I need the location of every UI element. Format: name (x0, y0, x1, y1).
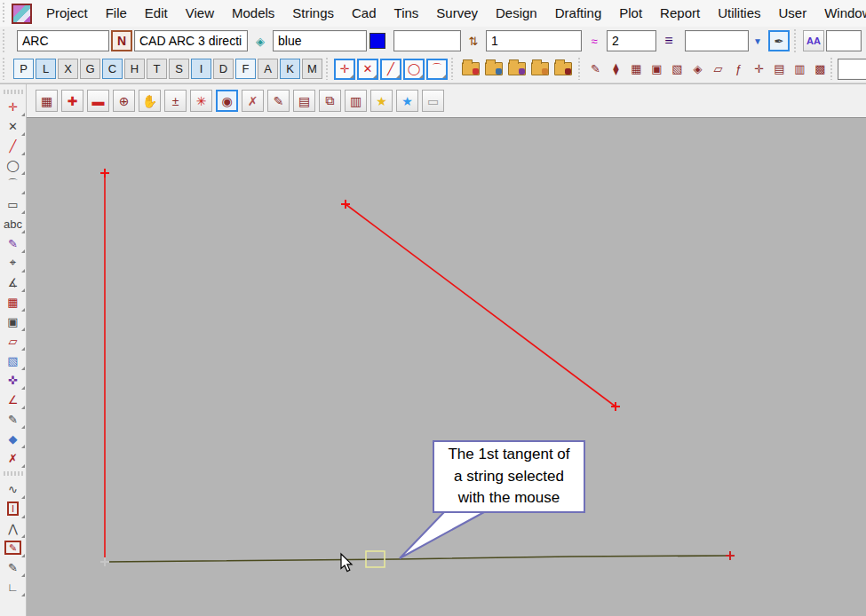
redraw-button[interactable]: ✳ (190, 90, 212, 112)
create-arc-tool[interactable]: ⌒ (2, 175, 25, 194)
menu-item[interactable]: Tins (385, 0, 428, 27)
snap-toggle-button[interactable]: C (102, 59, 123, 79)
tin-snapshot-icon[interactable]: ◈ (688, 59, 707, 79)
cad-point-xyz-button[interactable]: ✕ (357, 59, 378, 80)
snap-toggle-button[interactable]: X (58, 59, 78, 79)
cad-point-button[interactable]: ✛ (334, 59, 355, 80)
snap-toggle-button[interactable]: T (147, 59, 167, 79)
create-circle-tool[interactable]: ◯ (2, 155, 25, 175)
linestyle-tool[interactable]: ✎ (2, 409, 25, 429)
snap-toggle-button[interactable]: F (235, 59, 256, 79)
cad-circle-button[interactable]: ◯ (403, 59, 425, 80)
rotate-tool[interactable]: ∠ (2, 390, 25, 409)
sketch-tool[interactable]: ✎ (2, 557, 25, 577)
menu-item[interactable]: Utilities (709, 0, 769, 27)
snap-point-tool[interactable]: ⌖ (2, 253, 25, 272)
favourite-views-button[interactable]: ★ (370, 90, 393, 112)
zoom-extents-button[interactable]: ⊕ (113, 90, 135, 112)
interface-tool[interactable]: I (2, 499, 25, 518)
cad-arc-button[interactable]: ⌒ (426, 59, 448, 80)
weight-input[interactable] (607, 30, 656, 51)
shared-views-button[interactable]: ★ (396, 90, 418, 112)
zoom-out-button[interactable]: ▬ (87, 90, 109, 112)
snap-toggle-button[interactable]: H (124, 59, 145, 79)
menu-item[interactable]: File (97, 0, 136, 27)
view-snapshot-icon[interactable]: ▣ (648, 59, 666, 79)
translate-tool[interactable]: ✜ (2, 370, 25, 390)
plot-button[interactable]: ▤ (293, 90, 315, 112)
menu-item[interactable]: Models (223, 0, 283, 27)
menu-item[interactable]: Report (651, 0, 709, 27)
function-snapshot-icon[interactable]: ƒ (729, 59, 748, 79)
tinable-icon[interactable]: ≈ (584, 30, 605, 51)
pan-button[interactable]: ✋ (139, 90, 161, 112)
trailing-input[interactable] (826, 30, 862, 51)
edit-attributes-icon[interactable]: ✎ (586, 59, 605, 79)
menu-item[interactable]: Project (37, 0, 97, 27)
model-input[interactable] (134, 30, 248, 51)
zoom-mode-button[interactable]: ◉ (216, 90, 238, 112)
window-settings-icon[interactable]: ▦ (627, 59, 646, 79)
zoom-ratio-button[interactable]: ± (164, 90, 187, 112)
new-window-tool[interactable]: ▣ (2, 312, 25, 331)
defaults-grid-icon[interactable]: ▩ (811, 59, 830, 79)
snap-toggle-button[interactable]: M (302, 59, 322, 79)
style-input[interactable] (685, 30, 749, 51)
textstyle-button[interactable]: AA (803, 30, 824, 51)
parallel-tool[interactable]: ∟ (2, 577, 25, 596)
snap-toggle-button[interactable]: A (258, 59, 278, 79)
zorder-icon[interactable]: ⇅ (463, 30, 484, 51)
snap-toggle-button[interactable]: G (80, 59, 100, 79)
zoom-in-button[interactable]: ✚ (61, 90, 83, 112)
command-input[interactable] (838, 59, 866, 80)
name-toggle-button[interactable]: N (111, 30, 132, 51)
restyle-button[interactable]: ✎ (267, 90, 290, 112)
snap-toggle-button[interactable]: S (169, 59, 189, 79)
snap-toggle-button[interactable]: D (213, 59, 234, 79)
snap-toggle-button[interactable]: L (36, 59, 56, 79)
archive-folder-button[interactable] (554, 62, 572, 75)
edit-text-tool[interactable]: ✎ (2, 538, 25, 557)
menu-item[interactable]: User (769, 0, 815, 27)
snap-toggle-button[interactable]: K (280, 59, 300, 79)
clipboard-icon[interactable]: ▥ (791, 59, 809, 79)
user-folder-button[interactable] (485, 62, 503, 75)
window-layout-button[interactable]: ▭ (422, 90, 444, 112)
create-symbol-tool[interactable]: ✎ (2, 233, 25, 253)
menu-item[interactable]: Cad (343, 0, 385, 27)
delete-point-tool[interactable]: ✗ (2, 448, 25, 468)
label-tag-icon[interactable]: ⧫ (607, 59, 625, 79)
menu-item[interactable]: Survey (427, 0, 487, 27)
image-snapshot-icon[interactable]: ▧ (668, 59, 687, 79)
freehand-tool[interactable]: ∿ (2, 479, 25, 499)
copy-view-button[interactable]: ⧉ (319, 90, 341, 112)
style-dropdown-arrow[interactable]: ▼ (749, 30, 767, 51)
shape-tool[interactable]: ◆ (2, 429, 25, 448)
drawing-layer[interactable] (27, 118, 866, 616)
horizontal-olive-string[interactable] (105, 556, 730, 562)
library-folder-button[interactable] (508, 62, 526, 75)
cancel-redraw-button[interactable]: ✗ (242, 90, 264, 112)
open-project-folder-button[interactable] (462, 62, 480, 75)
polygon-snapshot-icon[interactable]: ▱ (709, 59, 727, 79)
string-name-input[interactable] (17, 30, 109, 51)
drawing-canvas[interactable]: The 1st tangent of a string selected wit… (27, 118, 866, 616)
create-rectangle-tool[interactable]: ▭ (2, 194, 25, 214)
snap-toggle-button[interactable]: P (13, 59, 34, 79)
create-line-tool[interactable]: ╱ (2, 136, 25, 155)
create-point-xyz-tool[interactable]: ✕ (2, 116, 25, 136)
point-snapshot-icon[interactable]: ✛ (750, 59, 768, 79)
traverse-tool[interactable]: ⋀ (2, 518, 25, 538)
cad-line-button[interactable]: ╱ (380, 59, 401, 80)
views-menu-button[interactable]: ▦ (36, 90, 58, 112)
eyedropper-button[interactable]: ✒ (768, 30, 790, 51)
menu-item[interactable]: Drafting (546, 0, 611, 27)
menu-item[interactable]: View (177, 0, 223, 27)
snap-toggle-button[interactable]: I (191, 59, 211, 79)
tinable-input[interactable] (486, 30, 582, 51)
linetype-input[interactable] (393, 30, 461, 51)
image-tool[interactable]: ▧ (2, 351, 25, 370)
create-point-tool[interactable]: ✛ (2, 97, 25, 116)
colour-swatch[interactable] (369, 33, 385, 49)
grid-tool[interactable]: ▦ (2, 292, 25, 312)
